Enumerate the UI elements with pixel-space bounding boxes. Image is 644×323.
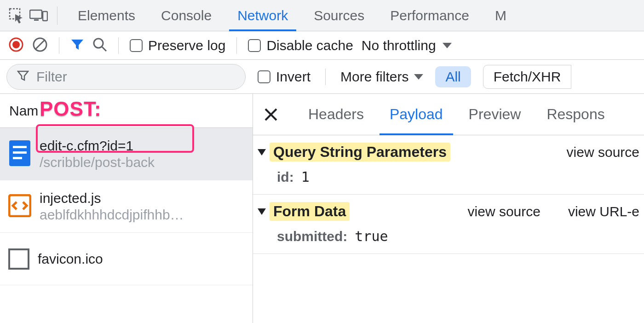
disable-cache-label: Disable cache — [266, 38, 353, 53]
request-name: injected.js — [40, 190, 184, 206]
detail-tab-preview[interactable]: Preview — [456, 94, 534, 135]
tab-performance[interactable]: Performance — [377, 0, 482, 31]
filter-input[interactable]: Filter — [6, 64, 246, 90]
network-toolbar: Preserve log Disable cache No throttling — [0, 31, 644, 60]
divider — [236, 37, 237, 54]
section-title: Form Data — [270, 202, 350, 221]
divider — [59, 37, 59, 54]
request-list-header: Nam — [0, 94, 253, 128]
request-list-panel: Nam POST: edit-c.cfm?id=1/scribble/post-… — [0, 94, 253, 323]
payload-section: Form Dataview sourceview URL-esubmitted:… — [253, 195, 644, 254]
checkbox-box-icon — [130, 39, 143, 52]
throttling-select[interactable]: No throttling — [362, 38, 452, 53]
filter-toggle-icon[interactable] — [70, 38, 84, 53]
checkbox-box-icon — [248, 39, 261, 52]
inspect-element-icon[interactable] — [6, 5, 28, 27]
search-icon[interactable] — [92, 37, 107, 54]
tab-console[interactable]: Console — [148, 0, 224, 31]
kv-value: 1 — [301, 169, 310, 185]
column-name-header: Nam — [9, 103, 38, 119]
request-row[interactable]: favicon.ico — [0, 233, 253, 285]
chevron-down-icon — [414, 74, 423, 80]
kv-row: submitted:true — [258, 221, 639, 244]
disclosure-triangle-icon — [258, 208, 266, 215]
request-subpath: aeblfdkhhhdcdjpifhhb… — [40, 207, 184, 223]
request-row[interactable]: injected.jsaeblfdkhhhdcdjpifhhb… — [0, 180, 253, 233]
preserve-log-checkbox[interactable]: Preserve log — [130, 38, 225, 53]
request-detail-panel: HeadersPayloadPreviewRespons Query Strin… — [253, 94, 644, 323]
preserve-log-label: Preserve log — [148, 38, 225, 53]
device-toggle-icon[interactable] — [28, 5, 50, 27]
throttling-label: No throttling — [362, 38, 436, 53]
svg-point-5 — [12, 41, 20, 48]
svg-line-7 — [35, 40, 45, 49]
kv-value: true — [355, 228, 388, 244]
svg-rect-3 — [43, 12, 47, 21]
payload-section: Query String Parametersview sourceid:1 — [253, 135, 644, 195]
network-body: Nam POST: edit-c.cfm?id=1/scribble/post-… — [0, 94, 644, 323]
kv-row: id:1 — [258, 162, 639, 185]
network-filterbar: Filter Invert More filters All Fetch/XHR — [0, 60, 644, 94]
more-filters-label: More filters — [340, 69, 408, 85]
section-link[interactable]: view source — [567, 144, 639, 160]
section-title: Query String Parameters — [270, 143, 450, 162]
kv-key: id: — [277, 169, 294, 185]
tab-network[interactable]: Network — [224, 0, 301, 31]
divider — [325, 69, 326, 85]
top-tabs-container: ElementsConsoleNetworkSourcesPerformance… — [65, 0, 519, 31]
svg-rect-13 — [13, 157, 22, 159]
section-link[interactable]: view source — [468, 204, 540, 219]
divider — [57, 6, 58, 25]
checkbox-box-icon — [258, 70, 270, 83]
section-header[interactable]: Form Dataview sourceview URL-e — [258, 202, 639, 221]
record-button[interactable] — [8, 37, 24, 54]
script-icon — [8, 194, 31, 219]
tab-elements[interactable]: Elements — [65, 0, 148, 31]
funnel-icon — [17, 70, 29, 84]
request-name: edit-c.cfm?id=1 — [40, 138, 155, 154]
devtools-top-tabs: ElementsConsoleNetworkSourcesPerformance… — [0, 0, 644, 31]
svg-line-9 — [102, 47, 106, 51]
svg-rect-1 — [30, 10, 42, 18]
document-icon — [8, 139, 31, 169]
kv-key: submitted: — [277, 229, 347, 244]
file-icon — [8, 248, 29, 270]
section-link[interactable]: view URL-e — [568, 204, 639, 219]
disclosure-triangle-icon — [258, 149, 266, 156]
disable-cache-checkbox[interactable]: Disable cache — [248, 38, 353, 53]
detail-tab-headers[interactable]: Headers — [295, 94, 377, 135]
request-name: favicon.ico — [38, 251, 103, 267]
filter-pill-all[interactable]: All — [435, 66, 471, 87]
filter-placeholder: Filter — [36, 69, 67, 85]
more-filters-select[interactable]: More filters — [340, 69, 423, 85]
clear-button[interactable] — [32, 37, 48, 54]
svg-rect-2 — [34, 19, 39, 21]
invert-checkbox[interactable]: Invert — [258, 69, 310, 85]
tab-m[interactable]: M — [482, 0, 519, 31]
request-row[interactable]: edit-c.cfm?id=1/scribble/post-back — [0, 128, 253, 180]
detail-tab-respons[interactable]: Respons — [534, 94, 617, 135]
detail-tabs: HeadersPayloadPreviewRespons — [253, 94, 644, 135]
request-rows-container: edit-c.cfm?id=1/scribble/post-backinject… — [0, 128, 253, 285]
request-subpath: /scribble/post-back — [40, 155, 155, 170]
filter-fetch-xhr[interactable]: Fetch/XHR — [483, 65, 572, 89]
section-header[interactable]: Query String Parametersview source — [258, 143, 639, 162]
svg-point-8 — [94, 39, 103, 48]
svg-rect-12 — [13, 151, 27, 154]
svg-rect-11 — [13, 146, 27, 148]
chevron-down-icon — [443, 43, 452, 48]
tab-sources[interactable]: Sources — [301, 0, 377, 31]
payload-sections: Query String Parametersview sourceid:1Fo… — [253, 135, 644, 254]
detail-tab-payload[interactable]: Payload — [377, 94, 456, 135]
divider — [118, 37, 119, 54]
close-detail-button[interactable] — [259, 102, 283, 127]
invert-label: Invert — [276, 69, 310, 85]
